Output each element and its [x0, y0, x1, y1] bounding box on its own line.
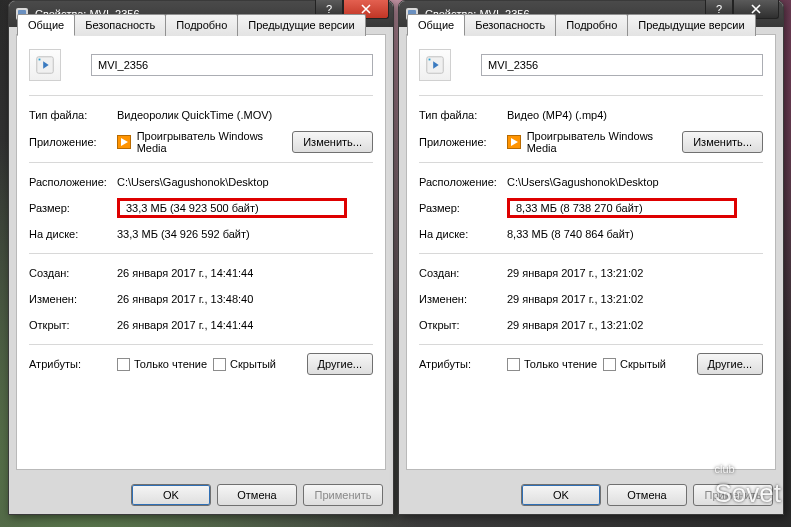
label-opened: Открыт: [29, 319, 117, 331]
label-app: Приложение: [419, 136, 507, 148]
value-size-highlight: 8,33 МБ (8 738 270 байт) [507, 198, 737, 218]
label-modified: Изменен: [29, 293, 117, 305]
label-opened: Открыт: [419, 319, 507, 331]
label-created: Создан: [419, 267, 507, 279]
cancel-button[interactable]: Отмена [607, 484, 687, 506]
cancel-button[interactable]: Отмена [217, 484, 297, 506]
tab-previous[interactable]: Предыдущие версии [237, 14, 365, 36]
ok-button[interactable]: OK [521, 484, 601, 506]
value-app: Проигрыватель Windows Media [527, 130, 683, 154]
value-created: 26 января 2017 г., 14:41:44 [117, 267, 373, 279]
value-filetype: Видеоролик QuickTime (.MOV) [117, 109, 373, 121]
label-readonly: Только чтение [134, 358, 207, 370]
svg-rect-4 [39, 59, 41, 61]
tab-general[interactable]: Общие [17, 14, 75, 36]
svg-rect-10 [429, 59, 431, 61]
file-type-icon [29, 49, 61, 81]
label-hidden: Скрытый [620, 358, 666, 370]
filename-input[interactable] [481, 54, 763, 76]
value-modified: 26 января 2017 г., 13:48:40 [117, 293, 373, 305]
label-app: Приложение: [29, 136, 117, 148]
label-size: Размер: [419, 202, 507, 214]
value-location: C:\Users\Gagushonok\Desktop [117, 176, 373, 188]
change-app-button[interactable]: Изменить... [292, 131, 373, 153]
tab-details[interactable]: Подробно [555, 14, 628, 36]
label-modified: Изменен: [419, 293, 507, 305]
label-attributes: Атрибуты: [419, 358, 507, 370]
apply-button[interactable]: Применить [303, 484, 383, 506]
checkbox-hidden[interactable] [603, 358, 616, 371]
label-attributes: Атрибуты: [29, 358, 117, 370]
label-hidden: Скрытый [230, 358, 276, 370]
value-modified: 29 января 2017 г., 13:21:02 [507, 293, 763, 305]
wmp-icon [117, 135, 131, 149]
property-sheet: Общие Безопасность Подробно Предыдущие в… [16, 34, 386, 470]
label-readonly: Только чтение [524, 358, 597, 370]
property-sheet: Общие Безопасность Подробно Предыдущие в… [406, 34, 776, 470]
label-location: Расположение: [419, 176, 507, 188]
label-ondisk: На диске: [419, 228, 507, 240]
label-filetype: Тип файла: [29, 109, 117, 121]
file-type-icon [419, 49, 451, 81]
label-size: Размер: [29, 202, 117, 214]
properties-window-left: Свойства: MVI_2356 ? Общие Безопасность … [8, 0, 394, 515]
checkbox-readonly[interactable] [117, 358, 130, 371]
svg-marker-5 [121, 138, 128, 146]
tab-bar: Общие Безопасность Подробно Предыдущие в… [407, 13, 755, 35]
value-opened: 26 января 2017 г., 14:41:44 [117, 319, 373, 331]
dialog-buttons: OK Отмена Применить [131, 484, 383, 506]
wmp-icon [507, 135, 521, 149]
value-ondisk: 8,33 МБ (8 740 864 байт) [507, 228, 763, 240]
other-attributes-button[interactable]: Другие... [307, 353, 373, 375]
value-created: 29 января 2017 г., 13:21:02 [507, 267, 763, 279]
tab-details[interactable]: Подробно [165, 14, 238, 36]
checkbox-readonly[interactable] [507, 358, 520, 371]
tab-security[interactable]: Безопасность [74, 14, 166, 36]
tab-security[interactable]: Безопасность [464, 14, 556, 36]
label-ondisk: На диске: [29, 228, 117, 240]
ok-button[interactable]: OK [131, 484, 211, 506]
value-filetype: Видео (MP4) (.mp4) [507, 109, 763, 121]
apply-button[interactable]: Применить [693, 484, 773, 506]
value-location: C:\Users\Gagushonok\Desktop [507, 176, 763, 188]
checkbox-hidden[interactable] [213, 358, 226, 371]
tab-general[interactable]: Общие [407, 14, 465, 36]
label-location: Расположение: [29, 176, 117, 188]
filename-input[interactable] [91, 54, 373, 76]
label-filetype: Тип файла: [419, 109, 507, 121]
properties-window-right: Свойства: MVI_2356 ? Общие Безопасность … [398, 0, 784, 515]
value-opened: 29 января 2017 г., 13:21:02 [507, 319, 763, 331]
dialog-buttons: OK Отмена Применить [521, 484, 773, 506]
other-attributes-button[interactable]: Другие... [697, 353, 763, 375]
value-app: Проигрыватель Windows Media [137, 130, 293, 154]
tab-bar: Общие Безопасность Подробно Предыдущие в… [17, 13, 365, 35]
change-app-button[interactable]: Изменить... [682, 131, 763, 153]
label-created: Создан: [29, 267, 117, 279]
value-size-highlight: 33,3 МБ (34 923 500 байт) [117, 198, 347, 218]
value-ondisk: 33,3 МБ (34 926 592 байт) [117, 228, 373, 240]
svg-marker-11 [511, 138, 518, 146]
tab-previous[interactable]: Предыдущие версии [627, 14, 755, 36]
